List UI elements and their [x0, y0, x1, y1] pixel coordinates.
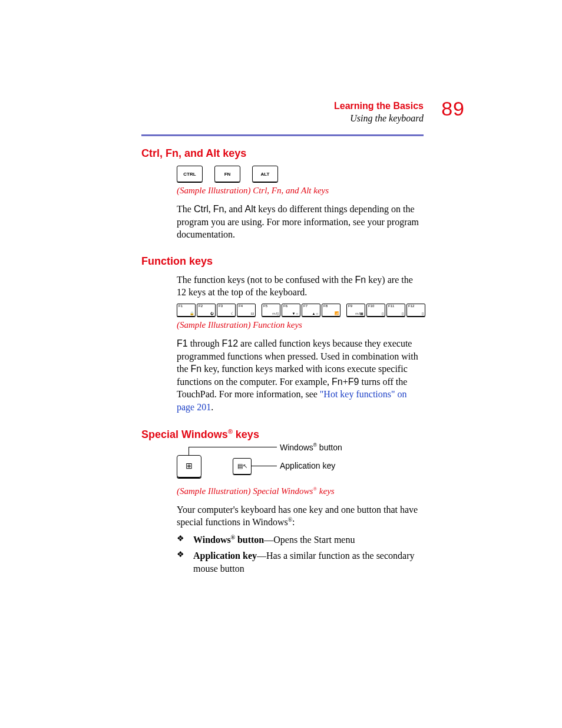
heading-special-windows-keys: Special Windows® keys — [141, 428, 424, 441]
f12-key: F12▯ — [406, 304, 425, 317]
hibernate-icon: ⊟ — [251, 311, 254, 315]
section3-caption: (Sample Illustration) Special Windows® k… — [177, 486, 424, 496]
section2-caption: (Sample Illustration) Function keys — [177, 320, 424, 330]
ctrl-key-illustration: CTRL — [177, 166, 203, 182]
fkey-group-2: F5▭/▯ F6▼☼ F7▲☼ F8📶 — [262, 304, 340, 317]
section1-body: CTRL FN ALT (Sample Illustration) Ctrl, … — [177, 166, 424, 241]
fn-key-illustration: FN — [214, 166, 240, 182]
section2-body: The function keys (not to be confused wi… — [177, 274, 424, 414]
numlock-icon: ▯ — [402, 311, 404, 315]
section1-paragraph: The Ctrl, Fn, and Alt keys do different … — [177, 203, 424, 241]
section1-caption: (Sample Illustration) Ctrl, Fn, and Alt … — [177, 186, 424, 196]
f7-key: F7▲☼ — [302, 304, 320, 317]
display-icon: ▭/▯ — [272, 311, 279, 315]
section3-body: ⊞ ▤↖ Windows® button Application key (Sa… — [177, 447, 424, 575]
page-header: Learning the Basics Using the keyboard — [334, 100, 424, 125]
sleep-icon: ☾ — [231, 311, 234, 315]
f5-key: F5▭/▯ — [262, 304, 280, 317]
application-menu-icon: ▤↖ — [237, 463, 247, 469]
page-number: 89 — [441, 97, 465, 120]
f4-key: F4⊟ — [237, 304, 256, 317]
windows-button-label: Windows® button — [280, 442, 342, 452]
wireless-icon: 📶 — [335, 311, 339, 315]
f3-key: F3☾ — [217, 304, 236, 317]
brightness-down-icon: ▼☼ — [292, 312, 299, 315]
f6-key: F6▼☼ — [282, 304, 300, 317]
lock-icon: 🔒 — [190, 311, 194, 315]
f11-key: F11▯ — [386, 304, 405, 317]
application-key-illustration: ▤↖ — [233, 458, 252, 475]
f8-key: F8📶 — [322, 304, 340, 317]
leader-line — [252, 466, 277, 466]
windows-keys-list: Windows® button—Opens the Start menu App… — [177, 533, 424, 575]
fkey-group-3: F9▭/▦ F10▯ F11▯ F12▯ — [346, 304, 425, 317]
section-title: Using the keyboard — [334, 113, 424, 125]
f10-key: F10▯ — [366, 304, 385, 317]
leader-line — [189, 447, 277, 447]
section2-intro: The function keys (not to be confused wi… — [177, 274, 424, 299]
alt-key-illustration: ALT — [252, 166, 278, 182]
windows-keys-illustration: ⊞ ▤↖ Windows® button Application key — [177, 447, 424, 482]
heading-function-keys: Function keys — [141, 255, 424, 268]
windows-logo-icon: ⊞ — [186, 461, 193, 471]
content-body: Ctrl, Fn, and Alt keys CTRL FN ALT (Samp… — [141, 147, 424, 575]
list-item: Application key—Has a similar function a… — [177, 549, 424, 575]
leader-line — [189, 447, 189, 455]
section2-paragraph: F1 through F12 are called function keys … — [177, 337, 424, 414]
chapter-title: Learning the Basics — [334, 100, 424, 113]
page: Learning the Basics Using the keyboard 8… — [0, 0, 562, 626]
power-icon: ⏻ — [210, 312, 214, 315]
application-key-label: Application key — [280, 461, 335, 470]
ctrl-fn-alt-illustration: CTRL FN ALT — [177, 166, 424, 182]
heading-ctrl-fn-alt: Ctrl, Fn, and Alt keys — [141, 147, 424, 160]
fkey-group-1: F1🔒 F2⏻ F3☾ F4⊟ — [177, 304, 256, 317]
windows-key-illustration: ⊞ — [177, 455, 201, 477]
f2-key: F2⏻ — [197, 304, 216, 317]
scroll-icon: ▯ — [422, 311, 424, 315]
f9-key: F9▭/▦ — [346, 304, 365, 317]
list-item: Windows® button—Opens the Start menu — [177, 533, 424, 546]
f1-key: F1🔒 — [177, 304, 196, 317]
touchpad-icon: ▭/▦ — [355, 311, 363, 315]
header-divider — [141, 134, 424, 136]
brightness-up-icon: ▲☼ — [312, 312, 319, 315]
function-keys-illustration: F1🔒 F2⏻ F3☾ F4⊟ F5▭/▯ F6▼☼ F7▲☼ F8📶 F9▭/… — [177, 304, 424, 317]
section3-intro: Your computer's keyboard has one key and… — [177, 503, 424, 529]
cursor-icon: ▯ — [382, 311, 384, 315]
